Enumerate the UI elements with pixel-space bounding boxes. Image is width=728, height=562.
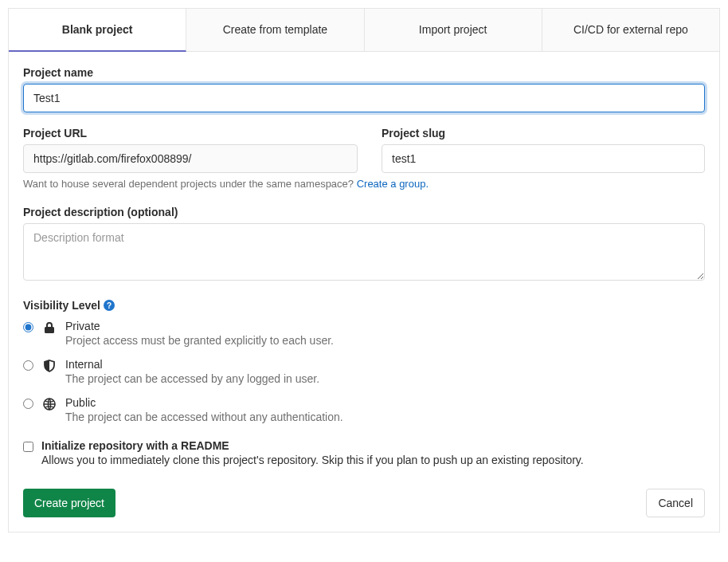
tab-blank-project[interactable]: Blank project — [9, 9, 186, 52]
tab-create-from-template[interactable]: Create from template — [186, 9, 364, 51]
visibility-public-title: Public — [65, 396, 343, 409]
visibility-level-text: Visibility Level — [23, 299, 100, 312]
globe-icon — [43, 398, 56, 411]
initialize-readme-desc: Allows you to immediately clone this pro… — [41, 454, 584, 466]
project-tabs: Blank project Create from template Impor… — [9, 9, 719, 52]
project-url-input[interactable] — [23, 144, 358, 173]
project-slug-label: Project slug — [382, 127, 705, 140]
visibility-public-desc: The project can be accessed without any … — [65, 411, 343, 423]
visibility-level-label: Visibility Level ? — [23, 299, 115, 312]
namespace-hint-text: Want to house several dependent projects… — [23, 178, 357, 190]
project-name-input[interactable] — [23, 84, 705, 112]
initialize-readme-title: Initialize repository with a README — [41, 439, 584, 452]
namespace-hint: Want to house several dependent projects… — [23, 178, 705, 190]
create-project-button[interactable]: Create project — [23, 489, 115, 517]
tab-import-project[interactable]: Import project — [365, 9, 542, 51]
visibility-private-title: Private — [65, 320, 334, 332]
tab-cicd-external[interactable]: CI/CD for external repo — [542, 9, 719, 51]
visibility-internal-radio[interactable] — [23, 360, 33, 371]
shield-icon — [43, 360, 56, 372]
lock-icon — [43, 321, 56, 334]
visibility-private-desc: Project access must be granted explicitl… — [65, 334, 334, 347]
project-description-input[interactable] — [23, 223, 705, 281]
project-url-label: Project URL — [23, 127, 358, 140]
project-slug-input[interactable] — [382, 144, 705, 173]
cancel-button[interactable]: Cancel — [646, 489, 705, 517]
project-description-label: Project description (optional) — [23, 206, 705, 218]
initialize-readme-checkbox[interactable] — [23, 442, 33, 452]
visibility-internal-desc: The project can be accessed by any logge… — [65, 372, 319, 385]
project-name-label: Project name — [23, 66, 705, 79]
visibility-public-radio[interactable] — [23, 399, 33, 409]
create-group-link[interactable]: Create a group. — [357, 178, 429, 190]
help-icon[interactable]: ? — [104, 300, 115, 311]
visibility-private-radio[interactable] — [23, 322, 33, 332]
visibility-internal-title: Internal — [65, 358, 319, 371]
